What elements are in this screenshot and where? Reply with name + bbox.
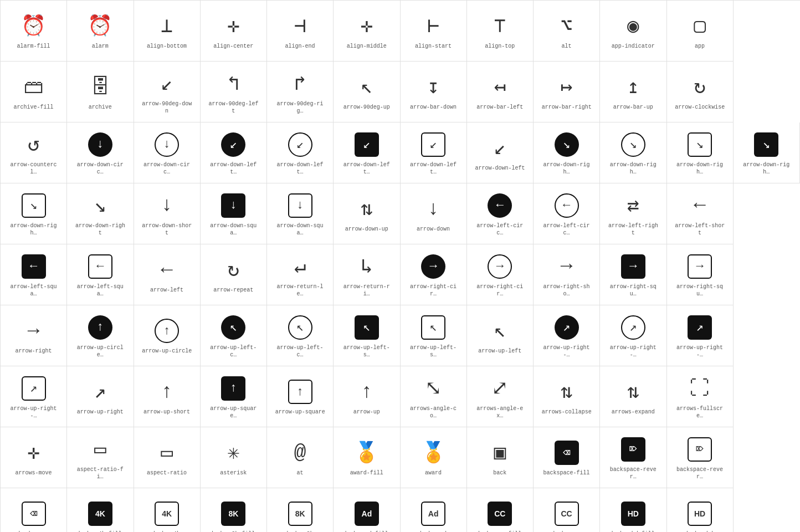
icon-cell-arrow-left: ←arrow-left (134, 244, 201, 305)
icon-label-arrow-right-circle: arrow-right-cir… (475, 283, 525, 298)
icon-label-arrows-fullscreen: arrows-fullscre… (675, 405, 725, 420)
icon-symbol-arrow-up-left-square: ↖ (421, 315, 445, 340)
icon-symbol-arrow-down-right-circle: ↘ (621, 132, 645, 157)
icon-symbol-backspace-reverse-fill: ⌦ (621, 437, 645, 462)
icon-label-arrow-left-short: arrow-left-short (675, 222, 725, 237)
icon-cell-badge-8k-fill: 8Kbadge-8k-fill (201, 488, 267, 532)
icon-symbol-badge-hd-fill: HD (621, 502, 645, 526)
icon-cell-arrow-right-square: →arrow-right-squ… (667, 244, 734, 305)
icon-cell-arrow-up-square-fill: ↑arrow-up-square… (201, 366, 267, 427)
icon-label-arrow-right-circle-fill: arrow-right-cir… (408, 283, 458, 298)
icon-cell-arrow-down-up: ⇅arrow-down-up (334, 183, 400, 244)
icon-label-arrow-down-left-square-fill: arrow-down-left… (342, 161, 392, 176)
icon-cell-aspect-ratio-fill: ▭aspect-ratio-fi… (67, 427, 134, 488)
icon-cell-arrow-down-left: ↙arrow-down-left (467, 122, 534, 183)
icon-cell-arrow-bar-down: ↧arrow-bar-down (401, 62, 467, 122)
icon-label-arrow-down-circle-fill: arrow-down-circ… (75, 161, 125, 176)
icon-symbol-badge-8k-fill: 8K (221, 502, 245, 526)
icon-symbol-align-end: ⊣ (288, 14, 312, 38)
icon-symbol-arrow-down-circle: ↓ (155, 132, 179, 157)
icon-cell-arrow-90deg-down: ↙arrow-90deg-down (134, 62, 201, 122)
icon-cell-arrow-return-left: ↵arrow-return-le… (267, 244, 334, 305)
icon-symbol-align-start: ⊢ (421, 14, 445, 38)
icon-symbol-align-bottom: ⊥ (155, 14, 179, 38)
icon-label-alt: alt (562, 43, 572, 50)
icon-label-arrow-down-left-circle: arrow-down-left… (275, 161, 325, 176)
icon-cell-arrow-up-left: ↖arrow-up-left (467, 305, 534, 366)
icon-cell-backspace: ⌫backspace (1, 488, 67, 532)
icon-cell-arrows-move: ✛arrows-move (1, 427, 67, 488)
icon-symbol-arrow-up-square: ↑ (288, 380, 312, 404)
icon-symbol-arrow-left-right: ⇄ (621, 193, 645, 218)
icon-label-asterisk: asterisk (220, 469, 247, 477)
icon-cell-arrow-up-short: ↑arrow-up-short (134, 366, 201, 427)
icon-label-arrows-angle-expand: arrows-angle-ex… (475, 405, 525, 420)
icon-cell-at: @at (267, 427, 334, 488)
icon-label-arrow-down-right-square-fill: arrow-down-righ… (741, 161, 791, 176)
icon-cell-award: 🏅award (401, 427, 467, 488)
icon-symbol-asterisk: ✳ (221, 441, 245, 465)
icon-cell-arrow-down-left-square: ↙arrow-down-left… (401, 122, 467, 183)
icon-symbol-badge-cc-fill: CC (488, 502, 512, 526)
icon-label-arrow-clockwise: arrow-clockwise (675, 104, 725, 111)
icon-symbol-arrows-fullscreen: ⛶ (688, 376, 712, 401)
icon-label-arrow-bar-up: arrow-bar-up (613, 104, 653, 111)
icon-cell-arrow-up-left-circle: ↖arrow-up-left-c… (267, 305, 334, 366)
icon-label-alarm-fill: alarm-fill (17, 43, 50, 50)
icon-label-arrow-right: arrow-right (16, 347, 52, 355)
icon-label-align-start: align-start (415, 43, 452, 50)
icon-symbol-arrows-move: ✛ (22, 441, 46, 465)
icon-symbol-arrow-down-circle-fill: ↓ (88, 132, 112, 157)
icon-label-award: award (425, 469, 442, 477)
icon-cell-arrow-left-circle: ←arrow-left-circ… (534, 183, 600, 244)
icon-cell-app: ▢app (667, 1, 734, 62)
icon-symbol-backspace-fill: ⌫ (555, 441, 579, 465)
icon-label-arrow-up: arrow-up (353, 408, 380, 416)
icon-cell-arrow-90deg-right: ↱arrow-90deg-rig… (267, 62, 334, 122)
icon-label-arrow-down-up: arrow-down-up (345, 226, 388, 233)
icon-symbol-arrow-up-short: ↑ (155, 380, 179, 404)
icon-symbol-arrow-down-right-square-fill: ↘ (754, 132, 778, 157)
icon-cell-arrows-fullscreen: ⛶arrows-fullscre… (667, 366, 734, 427)
icon-symbol-alt: ⌥ (555, 14, 579, 38)
icon-cell-arrow-down-right-sq2: ↘arrow-down-righ… (1, 183, 67, 244)
icon-label-arrow-down-right-circle: arrow-down-righ… (608, 161, 658, 176)
icon-symbol-award-fill: 🏅 (355, 441, 379, 465)
icon-symbol-app-indicator: ◉ (621, 14, 645, 38)
icon-symbol-award: 🏅 (421, 441, 445, 465)
icon-label-alarm: alarm (92, 43, 109, 50)
icon-symbol-badge-4k-fill: 4K (88, 502, 112, 526)
icon-symbol-arrow-left-circle: ← (555, 193, 579, 218)
icon-cell-backspace-reverse: ⌦backspace-rever… (667, 427, 734, 488)
icon-symbol-arrow-left-circle-fill: ← (488, 193, 512, 218)
icon-symbol-arrow-bar-down: ↧ (421, 75, 445, 99)
icon-symbol-aspect-ratio-fill: ▭ (88, 437, 112, 462)
icon-symbol-arrow-down-left-square-fill: ↙ (355, 132, 379, 157)
icon-cell-arrow-down-right-circle-fill: ↘arrow-down-righ… (534, 122, 600, 183)
icon-label-arrow-up-right-circle-fill: arrow-up-right-… (542, 344, 592, 359)
icon-symbol-arrow-up-square-fill: ↑ (221, 376, 245, 401)
icon-symbol-aspect-ratio: ▭ (155, 441, 179, 465)
icon-symbol-arrow-up-right: ↗ (88, 380, 112, 404)
icon-cell-arrow-left-square: ←arrow-left-squa… (67, 244, 134, 305)
icon-label-arrow-left: arrow-left (150, 287, 183, 294)
icon-cell-arrows-angle-expand: ⤢arrows-angle-ex… (467, 366, 534, 427)
icon-symbol-arrow-clockwise: ↻ (688, 75, 712, 99)
icon-symbol-arrows-collapse: ⇅ (555, 380, 579, 404)
icon-symbol-arrow-left-square-fill: ← (22, 254, 46, 279)
icon-symbol-align-center: ✛ (221, 14, 245, 38)
icon-label-arrow-down-square: arrow-down-squa… (275, 222, 325, 237)
icon-symbol-back: ▣ (488, 441, 512, 465)
icon-label-archive-fill: archive-fill (14, 104, 54, 111)
icon-symbol-arrow-left-short: ← (688, 193, 712, 218)
icon-cell-arrow-down-left-circle-fill: ↙arrow-down-left… (201, 122, 267, 183)
icon-cell-arrow-up-left-square-fill: ↖arrow-up-left-s… (334, 305, 400, 366)
icon-symbol-badge-4k: 4K (155, 502, 179, 526)
icon-symbol-arrow-down-left-circle-fill: ↙ (221, 132, 245, 157)
icon-symbol-align-top: ⊤ (488, 14, 512, 38)
icon-label-arrow-90deg-down: arrow-90deg-down (142, 100, 192, 115)
icon-label-arrow-up-left-circle: arrow-up-left-c… (275, 344, 325, 359)
icon-label-arrows-move: arrows-move (16, 469, 52, 477)
icon-label-arrow-left-right: arrow-left-right (608, 222, 658, 237)
icon-cell-align-middle: ✛align-middle (334, 1, 400, 62)
